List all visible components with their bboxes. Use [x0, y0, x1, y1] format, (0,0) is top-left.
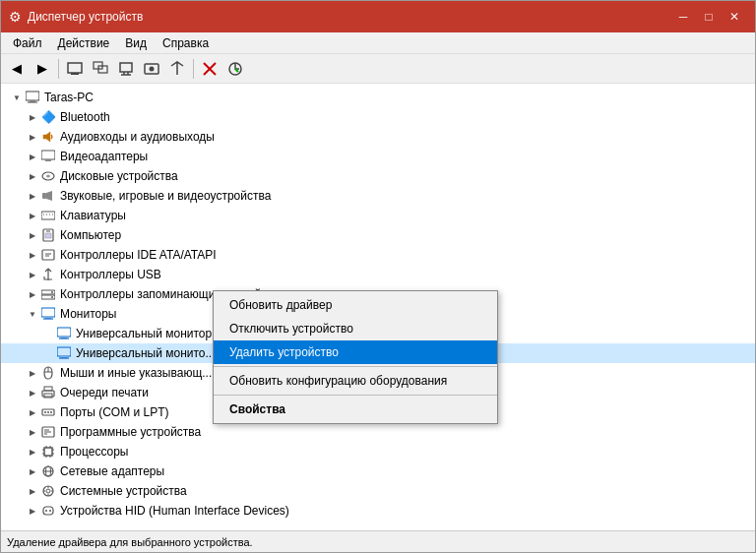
disk-item[interactable]: ▶ Дисковые устройства	[1, 166, 755, 186]
ctx-update-driver[interactable]: Обновить драйвер	[214, 293, 497, 317]
printers-label: Очереди печати	[60, 386, 149, 399]
disk-label: Дисковые устройства	[60, 169, 178, 183]
sound-item[interactable]: ▶ Звуковые, игровые и видеоустройства	[1, 186, 755, 206]
printers-icon	[40, 385, 56, 400]
monitors-icon	[40, 306, 56, 322]
svg-point-54	[47, 411, 49, 413]
keyboard-expand[interactable]: ▶	[25, 208, 40, 223]
close-button[interactable]: ✕	[722, 4, 747, 30]
menu-view[interactable]: Вид	[117, 34, 155, 52]
svg-rect-41	[57, 328, 71, 337]
back-button[interactable]: ◀	[5, 57, 29, 81]
svg-marker-22	[46, 191, 52, 201]
status-bar: Удаление драйвера для выбранного устройс…	[1, 530, 755, 552]
root-label: Taras-PC	[44, 91, 94, 104]
svg-rect-50	[44, 387, 52, 391]
toolbar-btn-4[interactable]	[140, 57, 163, 81]
audio-icon	[40, 129, 56, 145]
svg-rect-1	[71, 73, 79, 75]
toolbar: ◀ ▶	[1, 54, 755, 84]
toolbar-btn-1[interactable]	[63, 57, 87, 81]
storage-icon	[40, 286, 56, 302]
svg-rect-21	[42, 193, 46, 199]
printers-expand[interactable]: ▶	[25, 385, 40, 400]
computer-expand[interactable]: ▶	[25, 227, 40, 243]
network-expand[interactable]: ▶	[25, 463, 40, 479]
svg-rect-13	[26, 92, 39, 100]
svg-point-9	[150, 66, 155, 71]
forward-button[interactable]: ▶	[31, 57, 54, 81]
bluetooth-expand[interactable]: ▶	[25, 109, 40, 125]
display-icon	[40, 149, 56, 164]
computer-sub-item[interactable]: ▶ Компьютер	[1, 225, 755, 245]
storage-expand[interactable]: ▶	[25, 286, 40, 302]
audio-item[interactable]: ▶ Аудиовходы и аудиовыходы	[1, 127, 755, 147]
usb-item[interactable]: ▶ Контроллеры USB	[1, 265, 755, 284]
processors-label: Процессоры	[60, 445, 129, 459]
monitor2-expand	[40, 345, 56, 361]
system-item[interactable]: ▶ Системные устройства	[1, 481, 755, 501]
ide-item[interactable]: ▶ Контроллеры IDE ATA/ATAPI	[1, 245, 755, 265]
device-manager-window: ⚙ Диспетчер устройств ─ □ ✕ Файл Действи…	[0, 0, 756, 553]
toolbar-btn-2[interactable]	[89, 57, 112, 81]
processors-icon	[40, 444, 56, 460]
system-expand[interactable]: ▶	[25, 483, 40, 499]
sound-expand[interactable]: ▶	[25, 188, 40, 204]
display-item[interactable]: ▶ Видеоадаптеры	[1, 147, 755, 166]
ide-expand[interactable]: ▶	[25, 247, 40, 263]
toolbar-separator-1	[58, 59, 59, 79]
maximize-button[interactable]: □	[696, 4, 722, 30]
computer-sub-icon	[40, 227, 56, 243]
computer-sub-label: Компьютер	[60, 228, 121, 242]
content-area: ▼ Taras-PC ▶ 🔷 Bluetooth ▶ Аудиовходы и …	[1, 84, 755, 530]
ctx-separator-2	[214, 395, 497, 396]
hid-item[interactable]: ▶ Устройства HID (Human Interface Device…	[1, 501, 755, 521]
audio-expand[interactable]: ▶	[25, 129, 40, 145]
toolbar-btn-5[interactable]	[165, 57, 189, 81]
display-label: Видеоадаптеры	[60, 150, 148, 163]
minimize-button[interactable]: ─	[670, 4, 696, 30]
toolbar-btn-3[interactable]	[114, 57, 138, 81]
monitors-label: Мониторы	[60, 307, 116, 321]
software-expand[interactable]: ▶	[25, 424, 40, 440]
monitor2-icon	[56, 345, 72, 361]
scan-button[interactable]	[223, 57, 247, 81]
mice-expand[interactable]: ▶	[25, 365, 40, 381]
network-icon	[40, 463, 56, 479]
svg-point-55	[50, 411, 52, 413]
status-text: Удаление драйвера для выбранного устройс…	[7, 536, 253, 548]
hid-expand[interactable]: ▶	[25, 503, 40, 519]
disk-expand[interactable]: ▶	[25, 168, 40, 184]
mice-label: Мыши и иные указывающ...	[60, 366, 212, 380]
ports-icon	[40, 404, 56, 420]
svg-rect-23	[41, 212, 55, 219]
ctx-disable-device[interactable]: Отключить устройство	[214, 317, 497, 340]
delete-button[interactable]	[198, 57, 221, 81]
menu-action[interactable]: Действие	[50, 34, 118, 52]
processors-item[interactable]: ▶ Процессоры	[1, 442, 755, 461]
ctx-uninstall-device[interactable]: Удалить устройство	[214, 340, 497, 364]
menu-help[interactable]: Справка	[155, 34, 217, 52]
keyboard-label: Клавиатуры	[60, 209, 126, 222]
processors-expand[interactable]: ▶	[25, 444, 40, 460]
ctx-properties[interactable]: Свойства	[214, 398, 497, 421]
bluetooth-item[interactable]: ▶ 🔷 Bluetooth	[1, 107, 755, 127]
monitor1-expand	[40, 326, 56, 341]
svg-rect-18	[45, 159, 51, 161]
root-item[interactable]: ▼ Taras-PC	[1, 88, 755, 107]
keyboard-item[interactable]: ▶ Клавиатуры	[1, 206, 755, 225]
ports-expand[interactable]: ▶	[25, 404, 40, 420]
window-title: Диспетчер устройств	[28, 10, 670, 24]
keyboard-icon	[40, 208, 56, 223]
usb-icon	[40, 267, 56, 282]
root-expand[interactable]: ▼	[9, 90, 25, 105]
menu-file[interactable]: Файл	[5, 34, 50, 52]
menu-bar: Файл Действие Вид Справка	[1, 32, 755, 54]
software-item[interactable]: ▶ Программные устройства	[1, 422, 755, 442]
ctx-scan-hardware[interactable]: Обновить конфигурацию оборудования	[214, 369, 497, 393]
network-item[interactable]: ▶ Сетевые адаптеры	[1, 461, 755, 481]
display-expand[interactable]: ▶	[25, 149, 40, 164]
usb-expand[interactable]: ▶	[25, 267, 40, 282]
monitors-expand[interactable]: ▼	[25, 306, 40, 322]
network-label: Сетевые адаптеры	[60, 464, 164, 478]
